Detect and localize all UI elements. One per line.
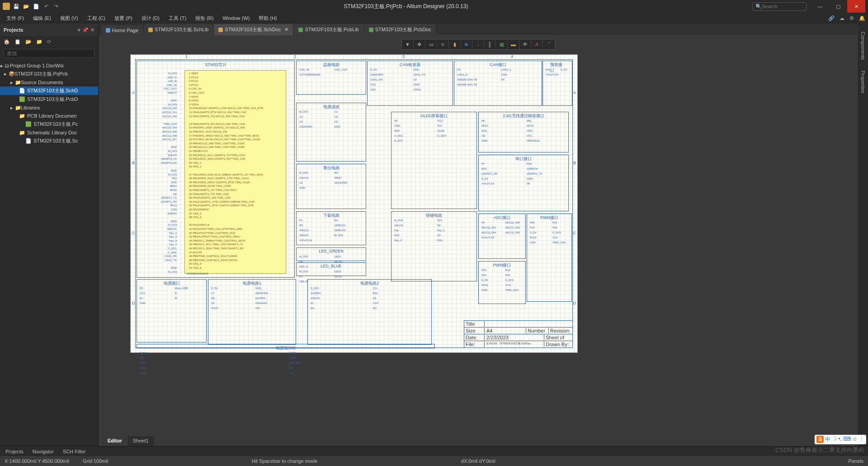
sheet1-tab[interactable]: Sheet1	[127, 436, 154, 446]
workspace-icon[interactable]: 🏠	[4, 39, 10, 45]
cloud-icon[interactable]: ☁	[840, 15, 844, 21]
folder-icon[interactable]: 📁	[36, 39, 42, 45]
tree-node-label: STM32F103主板.PcbD	[27, 96, 78, 103]
align-icon[interactable]: ≡	[437, 39, 449, 49]
tree-node-label: Source Documents	[21, 80, 63, 85]
doc-tab[interactable]: Home Page	[101, 25, 143, 35]
grid-icon[interactable]: ▦	[496, 39, 508, 49]
components-tab[interactable]: Components	[859, 27, 867, 64]
vert-align-icon[interactable]: ▮	[449, 39, 461, 49]
menu-design[interactable]: 设计 (D)	[138, 14, 163, 23]
title-bar: 💾 📂 📄 ↶ ↷ STM32F103主板.PrjPcb - Altium De…	[0, 0, 868, 13]
bars-icon[interactable]: ║	[484, 39, 496, 49]
menu-tools[interactable]: 工具 (T)	[165, 14, 190, 23]
status-grid: Grid:100mil	[83, 458, 108, 464]
doc-tab-label: STM32F103主板.SchLib	[155, 26, 208, 33]
panel-dropdown-icon[interactable]: ▾	[78, 27, 80, 33]
save-icon[interactable]: 💾	[13, 3, 20, 10]
text-icon[interactable]: A	[531, 39, 543, 49]
doc-tab-label: STM32F103主板.SchDoc	[225, 26, 281, 33]
tree-project-icon: ▸ 📦	[6, 71, 13, 77]
tree-pcb-icon: 🟩	[25, 121, 32, 128]
tree-node-label: STM32F103主板.PrjPcb	[14, 71, 68, 77]
arc-icon[interactable]: ⌒	[543, 39, 555, 49]
open-icon[interactable]: 📂	[23, 3, 30, 10]
folder-open-icon[interactable]: 📂	[25, 39, 32, 45]
maximize-button[interactable]: ▢	[829, 0, 847, 13]
close-button[interactable]: ✕	[847, 0, 865, 13]
undo-icon[interactable]: ↶	[42, 3, 50, 10]
menu-project[interactable]: 工程 (C)	[84, 14, 109, 23]
footer-tab-schfilter[interactable]: SCH Filter	[61, 448, 88, 455]
menu-reports[interactable]: 报告 (R)	[192, 14, 217, 23]
tree-node[interactable]: 📄STM32F103主板.Sc	[0, 137, 98, 145]
compile-icon[interactable]: 📋	[14, 39, 21, 45]
panel-pin-icon[interactable]: 📌	[82, 27, 89, 33]
projects-tree[interactable]: ▸ 🗂Project Group 1.DsnWrk▸ 📦STM32F103主板.…	[0, 60, 98, 446]
move-icon[interactable]: ✥	[414, 39, 425, 49]
notifications-icon[interactable]: 🔔	[859, 15, 865, 21]
tree-node[interactable]: 🟩STM32F103主板.PcbD	[0, 95, 98, 104]
menu-place[interactable]: 放置 (P)	[111, 14, 136, 23]
schematic-canvas[interactable]: ▼ ✥ ▭ ≡ ▮ ≋ ↓ ║ ▦ ▬ 👁 A ⌒ STM32芯片1 VBAT2…	[99, 35, 858, 446]
projects-search-input[interactable]	[4, 49, 94, 58]
menu-view[interactable]: 视图 (V)	[57, 14, 82, 23]
arrow-down-icon[interactable]: ↓	[472, 39, 484, 49]
ime-keyboard-icon[interactable]: ⌨	[843, 436, 851, 443]
tree-node[interactable]: ▸ 🗂Project Group 1.DsnWrk	[0, 62, 98, 70]
ime-toolbar[interactable]: S 中 ☽ •, ⌨ ☺ ⋮	[815, 435, 866, 444]
panel-close-icon[interactable]: ✕	[90, 27, 94, 33]
home-icon	[106, 28, 110, 33]
redo-icon[interactable]: ↷	[52, 3, 60, 10]
refresh-icon[interactable]: ⟳	[47, 39, 51, 45]
share-icon[interactable]: 🔗	[828, 15, 835, 21]
properties-tab[interactable]: Properties	[859, 66, 867, 98]
search-box[interactable]: 🔍	[752, 2, 807, 11]
doc-tab[interactable]: STM32F103主板.PcbLib	[294, 24, 363, 35]
new-icon[interactable]: 📄	[33, 3, 40, 10]
tree-node[interactable]: 📄STM32F103主板.SchD	[0, 86, 98, 95]
tree-node[interactable]: ▸ 📁Source Documents	[0, 78, 98, 86]
tree-node-label: Libraries	[21, 105, 40, 110]
document-tabs: Home PageSTM32F103主板.SchLibSTM32F103主板.S…	[99, 24, 858, 35]
tree-node[interactable]: ▸ 📁Libraries	[0, 104, 98, 112]
editor-tab[interactable]: Editor	[102, 436, 127, 446]
doc-tab[interactable]: STM32F103主板.SchDoc✕	[214, 24, 293, 35]
schematic-sheet[interactable]: STM32芯片1 VBAT2 PC133 PC144 PC155 OSC_IN6…	[130, 54, 578, 353]
tree-node[interactable]: 🟩STM32F103主板.Pc	[0, 120, 98, 128]
sch-icon	[148, 28, 153, 32]
ime-logo-icon[interactable]: S	[816, 436, 824, 443]
color-icon[interactable]: ▬	[508, 39, 519, 49]
menu-window[interactable]: Window (W)	[219, 14, 253, 22]
tree-node[interactable]: 📁Schematic Library Doc	[0, 128, 98, 137]
footer-tab-projects[interactable]: Projects	[4, 448, 25, 455]
ime-emoji-icon[interactable]: ☺	[852, 436, 858, 443]
tree-node[interactable]: ▸ 📦STM32F103主板.PrjPcb	[0, 70, 98, 78]
menu-file[interactable]: 文件 (F)	[3, 14, 28, 23]
eye-icon[interactable]: 👁	[519, 39, 531, 49]
ime-moon-icon[interactable]: ☽	[832, 436, 837, 443]
minimize-button[interactable]: —	[811, 0, 829, 13]
ime-menu-icon[interactable]: ⋮	[859, 436, 864, 443]
tree-node-label: STM32F103主板.SchD	[27, 87, 78, 94]
doc-tab[interactable]: STM32F103主板.PcbDoc	[364, 24, 436, 35]
tree-folder-icon: 📁	[19, 113, 25, 119]
menu-help[interactable]: 帮助 (H)	[255, 14, 280, 23]
ime-lang[interactable]: 中	[825, 436, 830, 443]
tree-node[interactable]: 📁PCB Library Documen	[0, 112, 98, 120]
tree-sch-icon: 📄	[19, 88, 25, 94]
tree-sch-icon: 📄	[25, 138, 32, 144]
footer-tab-navigator[interactable]: Navigator	[31, 448, 56, 455]
tab-close-icon[interactable]: ✕	[284, 27, 288, 33]
doc-tab[interactable]: STM32F103主板.SchLib	[144, 24, 213, 35]
tree-node-label: PCB Library Documen	[27, 113, 76, 119]
menu-edit[interactable]: 编辑 (E)	[29, 14, 55, 23]
filter-icon[interactable]: ▼	[402, 39, 414, 49]
settings-icon[interactable]: ⚙	[849, 15, 854, 21]
search-input[interactable]	[762, 4, 798, 9]
panels-button[interactable]: Panels	[848, 458, 863, 464]
projects-panel-title: Projects	[4, 27, 23, 33]
select-icon[interactable]: ▭	[425, 39, 437, 49]
ime-punct-icon[interactable]: •,	[838, 436, 842, 443]
distribute-icon[interactable]: ≋	[461, 39, 472, 49]
